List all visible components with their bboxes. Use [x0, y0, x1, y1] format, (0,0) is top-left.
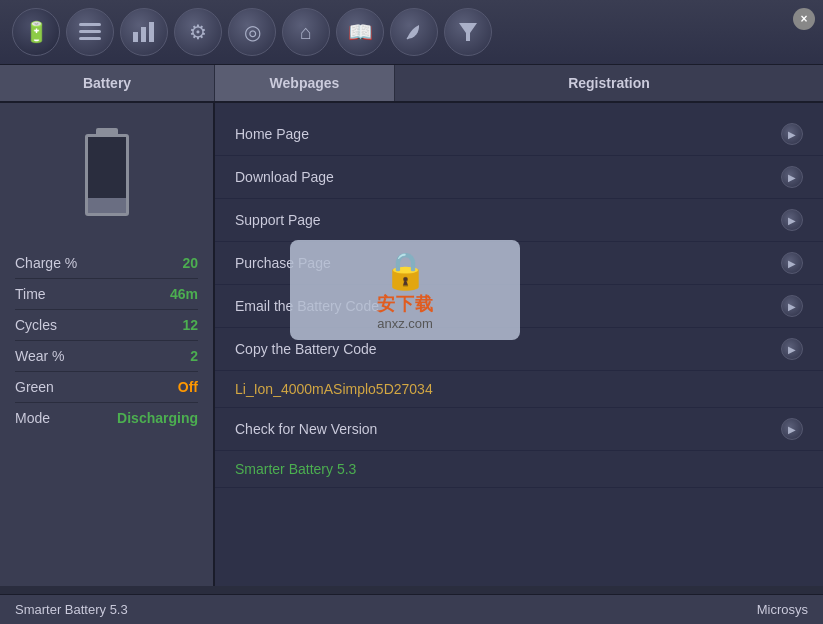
- battery-panel: Charge % 20 Time 46m Cycles 12 Wear % 2 …: [0, 103, 215, 586]
- svg-marker-7: [459, 23, 477, 41]
- webpages-panel: Home Page ▶ Download Page ▶ Support Page…: [215, 103, 823, 586]
- webpage-download[interactable]: Download Page ▶: [215, 156, 823, 199]
- svg-rect-1: [79, 30, 101, 33]
- cycles-row: Cycles 12: [15, 310, 198, 341]
- status-bar: Smarter Battery 5.3 Microsys: [0, 594, 823, 624]
- cycles-label: Cycles: [15, 317, 57, 333]
- play-email-btn[interactable]: ▶: [781, 295, 803, 317]
- webpage-version[interactable]: Smarter Battery 5.3: [215, 451, 823, 488]
- mode-value: Discharging: [117, 410, 198, 426]
- green-row: Green Off: [15, 372, 198, 403]
- filter-toolbar-btn[interactable]: [444, 8, 492, 56]
- battery-icon: [79, 128, 134, 223]
- status-right: Microsys: [757, 602, 808, 617]
- green-label: Green: [15, 379, 54, 395]
- tabs-bar: Battery Webpages Registration: [0, 65, 823, 103]
- close-button[interactable]: ×: [793, 8, 815, 30]
- play-download-btn[interactable]: ▶: [781, 166, 803, 188]
- play-copy-btn[interactable]: ▶: [781, 338, 803, 360]
- charge-label: Charge %: [15, 255, 77, 271]
- webpage-check-version[interactable]: Check for New Version ▶: [215, 408, 823, 451]
- settings-toolbar-btn[interactable]: ⚙: [174, 8, 222, 56]
- time-row: Time 46m: [15, 279, 198, 310]
- svg-rect-4: [141, 27, 146, 42]
- stats-panel: Charge % 20 Time 46m Cycles 12 Wear % 2 …: [15, 248, 198, 433]
- leaf-toolbar-btn[interactable]: [390, 8, 438, 56]
- tab-registration[interactable]: Registration: [395, 65, 823, 101]
- wear-label: Wear %: [15, 348, 65, 364]
- mode-label: Mode: [15, 410, 50, 426]
- tab-webpages[interactable]: Webpages: [215, 65, 395, 101]
- mode-row: Mode Discharging: [15, 403, 198, 433]
- play-purchase-btn[interactable]: ▶: [781, 252, 803, 274]
- battery-toolbar-btn[interactable]: 🔋: [12, 8, 60, 56]
- svg-rect-3: [133, 32, 138, 42]
- cycles-value: 12: [182, 317, 198, 333]
- play-check-btn[interactable]: ▶: [781, 418, 803, 440]
- webpage-support[interactable]: Support Page ▶: [215, 199, 823, 242]
- webpage-email[interactable]: Email the Battery Code ▶: [215, 285, 823, 328]
- play-support-btn[interactable]: ▶: [781, 209, 803, 231]
- charge-value: 20: [182, 255, 198, 271]
- webpage-purchase[interactable]: Purchase Page ▶: [215, 242, 823, 285]
- svg-rect-5: [149, 22, 154, 42]
- book-toolbar-btn[interactable]: 📖: [336, 8, 384, 56]
- time-value: 46m: [170, 286, 198, 302]
- play-home-btn[interactable]: ▶: [781, 123, 803, 145]
- wear-value: 2: [190, 348, 198, 364]
- status-left: Smarter Battery 5.3: [15, 602, 128, 617]
- charge-row: Charge % 20: [15, 248, 198, 279]
- green-value: Off: [178, 379, 198, 395]
- webpage-home[interactable]: Home Page ▶: [215, 113, 823, 156]
- toolbar: 🔋 ⚙ ◎ ⌂ 📖 ×: [0, 0, 823, 65]
- webpage-battery-code[interactable]: Li_Ion_4000mASimplo5D27034: [215, 371, 823, 408]
- chart-toolbar-btn[interactable]: [120, 8, 168, 56]
- svg-rect-0: [79, 23, 101, 26]
- svg-rect-2: [79, 37, 101, 40]
- main-content: Charge % 20 Time 46m Cycles 12 Wear % 2 …: [0, 103, 823, 586]
- webpage-copy[interactable]: Copy the Battery Code ▶: [215, 328, 823, 371]
- tab-battery[interactable]: Battery: [0, 65, 215, 101]
- battery-fill: [88, 198, 126, 213]
- wear-row: Wear % 2: [15, 341, 198, 372]
- list-toolbar-btn[interactable]: [66, 8, 114, 56]
- home-toolbar-btn[interactable]: ⌂: [282, 8, 330, 56]
- target-toolbar-btn[interactable]: ◎: [228, 8, 276, 56]
- time-label: Time: [15, 286, 46, 302]
- battery-body: [85, 134, 129, 216]
